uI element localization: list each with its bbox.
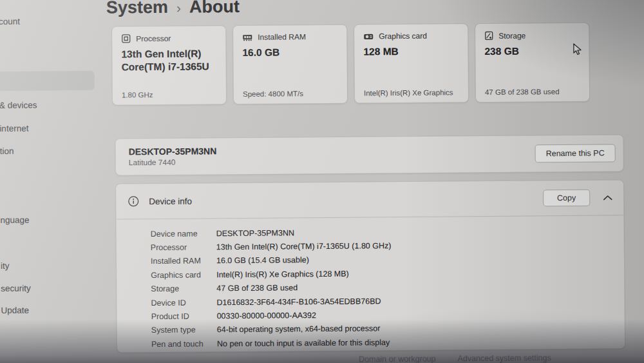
card-label: Installed RAM xyxy=(258,32,306,42)
card-subtext: Speed: 4800 MT/s xyxy=(243,90,338,98)
link-advanced-system-settings[interactable]: Advanced system settings xyxy=(458,353,551,363)
device-info-title: Device info xyxy=(149,196,192,206)
sidebar-item-time-language[interactable]: nguage xyxy=(0,215,29,225)
device-info-header[interactable]: Device info Copy xyxy=(116,180,623,219)
row-label: Graphics card xyxy=(151,270,216,280)
spec-cards: Processor 13th Gen Intel(R) Core(TM) i7-… xyxy=(111,23,590,106)
installed-ram-card: Installed RAM 16.0 GB Speed: 4800 MT/s xyxy=(232,25,348,104)
row-label: Installed RAM xyxy=(151,257,216,266)
device-name-panel: DESKTOP-35PM3NN Latitude 7440 Rename thi… xyxy=(115,134,623,175)
row-value: Intel(R) Iris(R) Xe Graphics (128 MB) xyxy=(216,270,349,280)
card-value: 128 MB xyxy=(363,44,459,59)
processor-icon xyxy=(121,34,131,43)
graphics-card-card: Graphics card 128 MB Intel(R) Iris(R) Xe… xyxy=(354,23,469,103)
row-label: Device name xyxy=(151,229,216,239)
device-info-panel: Device info Copy Device name DESKTOP-35P… xyxy=(115,179,625,353)
device-info-rows: Device name DESKTOP-35PM3NN Processor 13… xyxy=(116,215,625,351)
sidebar-item-selected[interactable] xyxy=(0,71,95,91)
rename-pc-button[interactable]: Rename this PC xyxy=(535,144,616,162)
row-label: Pen and touch xyxy=(151,339,217,349)
collapse-button[interactable] xyxy=(599,189,616,206)
card-subtext: Intel(R) Iris(R) Xe Graphics xyxy=(364,88,459,97)
sidebar-item-network-internet[interactable]: internet xyxy=(0,124,28,133)
row-value: 00330-80000-00000-AA392 xyxy=(217,311,316,320)
ram-icon xyxy=(242,33,252,42)
processor-card: Processor 13th Gen Intel(R) Core(TM) i7-… xyxy=(111,25,227,105)
row-value: No pen or touch input is available for t… xyxy=(217,338,390,348)
row-label: Product ID xyxy=(151,311,217,321)
settings-window: count & devices internet tion nguage ity… xyxy=(0,0,644,363)
breadcrumb: System › About xyxy=(106,0,240,18)
link-domain-workgroup[interactable]: Domain or workgroup xyxy=(359,355,436,363)
breadcrumb-system[interactable]: System xyxy=(106,0,168,18)
breadcrumb-separator-icon: › xyxy=(176,0,181,16)
storage-icon xyxy=(484,31,493,41)
copy-button[interactable]: Copy xyxy=(543,190,590,207)
page-title: About xyxy=(189,0,240,17)
mouse-cursor xyxy=(573,43,583,55)
card-label: Processor xyxy=(136,34,171,43)
card-label: Graphics card xyxy=(379,32,427,41)
card-label: Storage xyxy=(498,31,526,40)
related-links-partial[interactable]: Domain or workgroupAdvanced system setti… xyxy=(359,353,573,363)
row-value: DESKTOP-35PM3NN xyxy=(216,228,294,238)
row-label: System type xyxy=(151,326,217,335)
row-value: 64-bit operating system, x64-based proce… xyxy=(217,324,381,335)
gpu-icon xyxy=(363,32,374,41)
card-subtext: 47 GB of 238 GB used xyxy=(485,88,580,96)
sidebar-item-privacy-security[interactable]: security xyxy=(1,284,31,293)
sidebar-item-bluetooth-devices[interactable]: & devices xyxy=(0,100,37,110)
info-icon xyxy=(128,195,139,207)
row-value: 16.0 GB (15.4 GB usable) xyxy=(216,256,309,266)
device-model: Latitude 7440 xyxy=(129,157,217,167)
card-value: 13th Gen Intel(R) Core(TM) i7-1365U xyxy=(121,47,216,74)
row-value: 13th Gen Intel(R) Core(TM) i7-1365U (1.8… xyxy=(216,241,392,251)
row-value: 47 GB of 238 GB used xyxy=(216,284,298,293)
row-label: Device ID xyxy=(151,298,216,308)
sidebar-item-personalization[interactable]: tion xyxy=(0,146,14,156)
card-value: 16.0 GB xyxy=(242,46,337,60)
row-value: D1616832-3F64-434F-B106-3A54EDBB76BD xyxy=(216,297,381,307)
storage-card: Storage 238 GB 47 GB of 238 GB used xyxy=(475,23,590,103)
chevron-up-icon xyxy=(603,195,612,201)
table-row: Pen and touch No pen or touch input is a… xyxy=(151,333,625,351)
card-subtext: 1.80 GHz xyxy=(122,90,217,99)
card-value: 238 GB xyxy=(484,44,580,59)
sidebar-item-accessibility[interactable]: ity xyxy=(1,261,10,271)
sidebar-item-windows-update[interactable]: Update xyxy=(1,306,29,315)
row-label: Storage xyxy=(151,284,216,294)
device-name-block: DESKTOP-35PM3NN Latitude 7440 xyxy=(129,146,217,167)
device-name: DESKTOP-35PM3NN xyxy=(129,146,217,157)
sidebar-user-account-fragment[interactable]: count xyxy=(0,17,20,26)
row-label: Processor xyxy=(151,242,216,252)
sidebar: count & devices internet tion nguage ity… xyxy=(0,0,643,3)
